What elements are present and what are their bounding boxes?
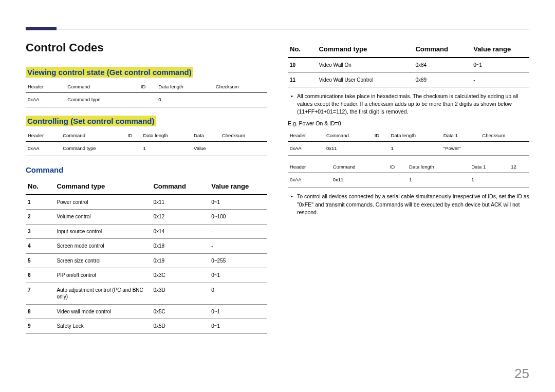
th: Header bbox=[288, 129, 324, 142]
td: 0xAA bbox=[26, 93, 65, 107]
table-row: 11Video Wall User Control0x89- bbox=[288, 72, 529, 87]
td: Command type bbox=[65, 93, 139, 107]
td: Power control bbox=[54, 195, 151, 210]
td: Auto adjustment control (PC and BNC only… bbox=[54, 283, 151, 304]
td bbox=[509, 173, 529, 188]
td: 0~1 bbox=[471, 58, 529, 72]
th: Data length bbox=[388, 129, 441, 142]
td: 1 bbox=[388, 141, 441, 156]
td: 0x11 bbox=[151, 195, 209, 210]
table-row: 10Video Wall On0x840~1 bbox=[288, 58, 529, 72]
td: Volume control bbox=[54, 210, 151, 225]
td bbox=[480, 141, 529, 156]
th: Checksum bbox=[220, 129, 267, 142]
td: 6 bbox=[26, 268, 54, 283]
td: 0x18 bbox=[151, 239, 209, 254]
td: 11 bbox=[288, 72, 317, 87]
td: Screen size control bbox=[54, 253, 151, 268]
table-row: 5Screen size control0x190~255 bbox=[26, 253, 267, 268]
page-title: Control Codes bbox=[26, 41, 267, 54]
th: Value range bbox=[209, 178, 267, 195]
td: 0x3C bbox=[151, 268, 209, 283]
table-row: 4Screen mode control0x18- bbox=[26, 239, 267, 254]
td: 0~1 bbox=[209, 304, 267, 319]
td: 4 bbox=[26, 239, 54, 254]
table-row: 6PIP on/off control0x3C0~1 bbox=[26, 268, 267, 283]
td: Input source control bbox=[54, 224, 151, 239]
td: 0x11 bbox=[324, 141, 373, 156]
th: Header bbox=[288, 161, 331, 173]
th: 12 bbox=[509, 161, 529, 173]
td: 0~1 bbox=[209, 268, 267, 283]
td: Video wall mode control bbox=[54, 304, 151, 319]
td bbox=[214, 93, 267, 107]
th: Checksum bbox=[480, 129, 529, 142]
td: 9 bbox=[26, 319, 54, 334]
table-example-1: Header Command ID Data length Data 1 Che… bbox=[288, 129, 529, 156]
table-row: 8Video wall mode control0x5C0~1 bbox=[26, 304, 267, 319]
th: Checksum bbox=[214, 81, 267, 93]
td bbox=[139, 93, 156, 107]
td: - bbox=[209, 239, 267, 254]
td: Screen mode control bbox=[54, 239, 151, 254]
td: 0xAA bbox=[288, 141, 324, 156]
th: Command type bbox=[317, 41, 413, 58]
th: Command bbox=[331, 161, 388, 173]
td: 3 bbox=[26, 224, 54, 239]
td: 2 bbox=[26, 210, 54, 225]
td: 0x11 bbox=[331, 173, 388, 188]
table-row: 7Auto adjustment control (PC and BNC onl… bbox=[26, 283, 267, 304]
td: - bbox=[471, 72, 529, 87]
notes-list: To control all devices connected by a se… bbox=[288, 193, 529, 216]
td: Value bbox=[192, 141, 220, 156]
td: Video Wall User Control bbox=[317, 72, 413, 87]
section-title-viewing: Viewing control state (Get control comma… bbox=[26, 67, 193, 78]
td: 0~1 bbox=[209, 195, 267, 210]
table-row: 9Safety Lock0x5D0~1 bbox=[26, 319, 267, 334]
td: 0 bbox=[209, 283, 267, 304]
td: PIP on/off control bbox=[54, 268, 151, 283]
td bbox=[388, 173, 407, 188]
table-row: 1Power control0x110~1 bbox=[26, 195, 267, 210]
table-row: 3Input source control0x14- bbox=[26, 224, 267, 239]
td: 8 bbox=[26, 304, 54, 319]
td: "Power" bbox=[441, 141, 480, 156]
td: - bbox=[209, 224, 267, 239]
th: Command bbox=[151, 178, 209, 195]
td: 0x84 bbox=[413, 58, 471, 72]
th: Header bbox=[26, 129, 61, 142]
th: Data 1 bbox=[441, 129, 480, 142]
table-controlling: Header Command ID Data length Data Check… bbox=[26, 129, 267, 156]
table-example-2: Header Command ID Data length Data 1 12 … bbox=[288, 161, 529, 188]
th: Data 1 bbox=[469, 161, 509, 173]
th: Value range bbox=[471, 41, 529, 58]
example-label: E.g. Power On & ID=0 bbox=[288, 120, 529, 126]
td: 7 bbox=[26, 283, 54, 304]
table-row: 2Volume control0x120~100 bbox=[26, 210, 267, 225]
td: 0x14 bbox=[151, 224, 209, 239]
page-number: 25 bbox=[514, 366, 529, 382]
th: Data bbox=[192, 129, 220, 142]
th: ID bbox=[373, 129, 389, 142]
td: 0x19 bbox=[151, 253, 209, 268]
td: 0x12 bbox=[151, 210, 209, 225]
td: 10 bbox=[288, 58, 317, 72]
section-title-command: Command bbox=[26, 164, 65, 175]
td: 1 bbox=[469, 173, 509, 188]
note-item: All communications take place in hexadec… bbox=[288, 92, 529, 116]
td: 0xAA bbox=[26, 141, 61, 156]
th: No. bbox=[26, 178, 54, 195]
table-viewing-control: Header Command ID Data length Checksum 0… bbox=[26, 81, 267, 107]
th: Data length bbox=[156, 81, 213, 93]
table-command-list-right: No. Command type Command Value range 10V… bbox=[288, 41, 529, 87]
note-item: To control all devices connected by a se… bbox=[288, 193, 529, 216]
td: Safety Lock bbox=[54, 319, 151, 334]
td: 1 bbox=[407, 173, 469, 188]
td: Video Wall On bbox=[317, 58, 413, 72]
td: 0x5D bbox=[151, 319, 209, 334]
th: Command type bbox=[54, 178, 151, 195]
td: 0~255 bbox=[209, 253, 267, 268]
th: Command bbox=[413, 41, 471, 58]
td bbox=[220, 141, 267, 156]
th: ID bbox=[139, 81, 156, 93]
